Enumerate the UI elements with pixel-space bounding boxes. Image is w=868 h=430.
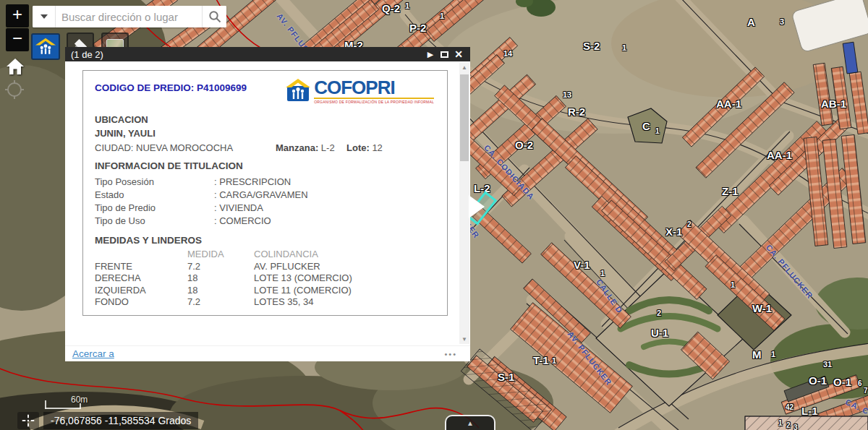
map-block-label: 1 xyxy=(552,356,556,365)
map-block-label: 31 xyxy=(823,360,832,369)
search-dropdown-button[interactable] xyxy=(33,6,56,27)
map-block-label: P-2 xyxy=(409,22,426,34)
cofopri-logo-house-icon xyxy=(285,78,311,103)
zoom-in-button[interactable]: + xyxy=(6,4,29,27)
lote-label: Lote: xyxy=(346,142,370,153)
cofopri-layer-button[interactable] xyxy=(31,33,60,60)
map-block-label: 1 xyxy=(622,43,626,52)
crosshair-icon xyxy=(20,413,36,429)
map-block-label: V-1 xyxy=(574,259,590,271)
titulacion-row: Tipo de Uso: COMERCIO xyxy=(95,215,435,228)
more-options-button[interactable]: ••• xyxy=(444,350,457,358)
map-block-label: X-1 xyxy=(665,225,682,238)
linderos-col-medida: MEDIDA xyxy=(187,249,254,261)
cofopri-house-icon xyxy=(34,37,57,57)
search-icon xyxy=(208,9,222,24)
map-block-label: T-1 xyxy=(533,354,549,366)
map-block-label: 3 xyxy=(793,423,798,430)
popup-panel: (1 de 2) ▶ ✕ CODIGO DE PREDIO: P41009699 xyxy=(65,47,470,361)
titulacion-row: Tipo de Predio: VIVIENDA xyxy=(95,202,435,215)
map-block-label: A xyxy=(747,16,755,28)
maximize-icon[interactable] xyxy=(441,51,448,58)
coordinates-readout: -76,067856 -11,585534 Grados xyxy=(43,412,198,429)
popup-body: CODIGO DE PREDIO: P41009699 COFOPRI xyxy=(65,61,470,345)
lote-value: 12 xyxy=(370,142,383,153)
manzana-label: Manzana: xyxy=(276,142,318,153)
cofopri-logo-divider xyxy=(314,98,434,99)
scroll-up-icon[interactable]: ▲ xyxy=(459,63,469,72)
map-block-label: AA-1 xyxy=(767,149,792,161)
cofopri-logo: COFOPRI ORGANISMO DE FORMALIZACIÓN DE LA… xyxy=(285,78,434,104)
map-block-label: 1 xyxy=(731,280,735,289)
manzana-value: L-2 xyxy=(318,142,334,153)
map-block-label: 1 xyxy=(440,12,444,20)
attribution-expand-button[interactable]: ▲ xyxy=(445,415,495,430)
linderos-col-colindancia: COLINDANCIA xyxy=(254,249,435,261)
map-block-label: C xyxy=(642,120,650,132)
titulacion-rows: Tipo Posesión: PRESCRIPCION Estado: CARG… xyxy=(95,176,435,228)
map-block-label: 1 xyxy=(405,1,409,10)
linderos-rows: FRENTE7.2AV. PFLUCKER DERECHA18LOTE 13 (… xyxy=(95,261,435,309)
search-button[interactable] xyxy=(202,6,226,27)
titulacion-row: Tipo Posesión: PRESCRIPCION xyxy=(95,176,435,189)
locate-circle-icon xyxy=(4,79,25,100)
ubicacion-region: JUNIN, YAULI xyxy=(95,128,435,139)
map-block-label: 3 xyxy=(780,17,784,26)
map-block-label: Q-2 xyxy=(382,2,400,14)
linderos-row: FRENTE7.2AV. PFLUCKER xyxy=(95,261,435,273)
crosshair-button[interactable] xyxy=(17,412,39,429)
locate-button[interactable] xyxy=(4,79,25,103)
map-block-label: U-1 xyxy=(651,327,668,339)
linderos-row: FONDO7.2LOTES 35, 34 xyxy=(95,296,435,309)
linderos-heading: MEDIDAS Y LINDEROS xyxy=(95,235,435,246)
popup-header: (1 de 2) ▶ ✕ xyxy=(65,47,470,61)
area-label: AREA DE TERRENO: xyxy=(95,316,192,317)
map-block-label: S-2 xyxy=(583,40,600,52)
home-icon xyxy=(6,58,25,75)
scale-tick-left xyxy=(45,400,46,409)
popup-next-button[interactable]: ▶ xyxy=(423,47,438,61)
map-block-label: 2 xyxy=(657,309,661,317)
scroll-down-icon[interactable]: ▼ xyxy=(459,335,469,344)
scale-tick-right xyxy=(80,403,81,409)
map-block-label: W-1 xyxy=(752,302,772,314)
linderos-row: IZQUIERDA18LOTE 11 (COMERCIO) xyxy=(95,285,435,297)
map-block-label: R-2 xyxy=(568,106,585,118)
titulacion-row: Estado: CARGA/GRAVAMEN xyxy=(95,189,435,202)
search-input[interactable] xyxy=(56,6,202,27)
ciudad-value: CIUDAD: NUEVA MOROCOCHA xyxy=(95,142,276,153)
map-application: AV. PFLUCKERCA. CODICIADAUCKERAV. PFLUCK… xyxy=(0,0,868,430)
map-block-label: 1 xyxy=(600,269,605,278)
map-block-label: 13 xyxy=(563,90,571,99)
home-button[interactable] xyxy=(6,58,25,78)
popup-anchor-pointer xyxy=(469,195,485,218)
map-block-label: S-1 xyxy=(498,371,514,383)
map-block-label: 42 xyxy=(786,403,793,411)
linderos-col-empty xyxy=(95,249,187,261)
map-block-label: O-1 xyxy=(833,376,851,388)
chevron-down-icon xyxy=(41,14,48,19)
map-block-label: L-1 xyxy=(801,405,818,417)
map-block-label: AB-1 xyxy=(821,98,846,110)
map-block-label: O-1 xyxy=(809,374,827,387)
popup-scrollbar[interactable]: ▲ ▼ xyxy=(459,63,469,344)
titulacion-heading: INFORMACION DE TITULACION xyxy=(95,160,435,171)
zoom-to-link[interactable]: Acercar a xyxy=(72,348,444,359)
popup-pager: (1 de 2) xyxy=(71,49,423,60)
map-block-label: 7 xyxy=(864,387,868,395)
map-block-label: 1 xyxy=(655,127,660,135)
zoom-out-button[interactable]: − xyxy=(6,28,29,51)
map-block-label: 1 xyxy=(771,350,775,358)
ubicacion-heading: UBICACION xyxy=(95,114,435,125)
map-block-label: 14 xyxy=(503,49,512,58)
cofopri-logo-tagline: ORGANISMO DE FORMALIZACIÓN DE LA PROPIED… xyxy=(314,100,434,104)
linderos-header-row: MEDIDA COLINDANCIA xyxy=(95,249,435,261)
scrollbar-thumb[interactable] xyxy=(460,74,469,161)
popup-footer: Acercar a ••• xyxy=(65,345,470,361)
area-value: 129.6 m² xyxy=(200,316,237,317)
close-icon[interactable]: ✕ xyxy=(451,47,466,61)
map-block-label: 6 xyxy=(858,379,862,387)
map-block-label: 2 xyxy=(687,220,692,228)
map-block-label: O-2 xyxy=(515,139,533,151)
cofopri-logo-name: COFOPRI xyxy=(314,78,434,97)
